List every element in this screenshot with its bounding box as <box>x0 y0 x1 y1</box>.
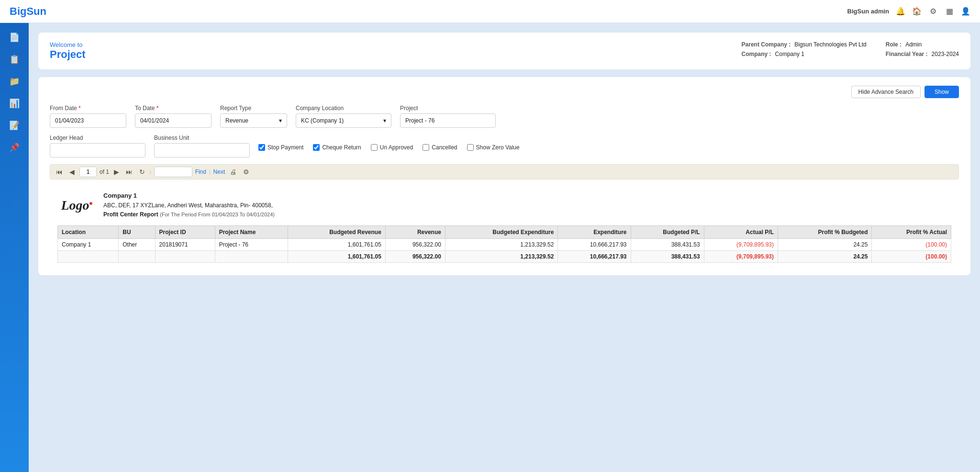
stop-payment-label: Stop Payment <box>267 144 303 151</box>
refresh-button[interactable]: ↻ <box>137 167 147 177</box>
report-period: (For The Period From 01/04/2023 To 04/01… <box>160 212 275 217</box>
stop-payment-checkbox[interactable] <box>258 144 265 151</box>
brand-logo[interactable]: BigSun <box>10 5 46 18</box>
cancelled-checkbox[interactable] <box>423 144 429 151</box>
page-of-label: of 1 <box>100 169 109 175</box>
total-profit-pct-actual: (100.00) <box>872 251 951 263</box>
cell-expenditure: 10,666,217.93 <box>558 239 631 251</box>
cell-budgeted-revenue: 1,601,761.05 <box>288 239 385 251</box>
sidebar-item-4[interactable]: 📊 <box>5 94 24 113</box>
total-empty-2 <box>119 251 155 263</box>
welcome-card: Welcome to Project Parent Company : Bigs… <box>38 33 970 69</box>
ledger-head-input[interactable] <box>50 143 145 157</box>
report-company-name: Company 1 <box>103 191 275 201</box>
un-approved-checkbox[interactable] <box>371 144 378 151</box>
un-approved-checkbox-item[interactable]: Un Approved <box>371 144 413 151</box>
report-name: Profit Center Report <box>103 211 158 218</box>
col-project-name: Project Name <box>215 226 288 239</box>
welcome-meta: Parent Company : Bigsun Technologies Pvt… <box>742 41 959 57</box>
company-row: Company : Company 1 <box>742 51 867 57</box>
find-button[interactable]: Find <box>195 169 206 175</box>
show-zero-value-checkbox-item[interactable]: Show Zero Value <box>467 144 520 151</box>
role-label: Role : <box>886 41 902 48</box>
col-project-id: Project ID <box>155 226 215 239</box>
from-date-group: From Date * <box>50 105 126 128</box>
admin-name: BigSun admin <box>847 8 889 15</box>
cancelled-checkbox-item[interactable]: Cancelled <box>423 144 457 151</box>
cheque-return-checkbox[interactable] <box>313 144 320 151</box>
business-unit-group: Business Unit <box>154 135 250 157</box>
meta-group-right: Role : Admin Financial Year : 2023-2024 <box>886 41 959 57</box>
un-approved-label: Un Approved <box>380 144 413 151</box>
total-profit-pct-budgeted: 24.25 <box>778 251 872 263</box>
business-unit-input[interactable] <box>154 143 250 157</box>
next-page-button[interactable]: ▶ <box>112 167 121 177</box>
cell-bu: Other <box>119 239 155 251</box>
col-location: Location <box>58 226 119 239</box>
export-icon[interactable]: 🖨 <box>228 167 238 177</box>
to-date-label: To Date * <box>135 105 212 112</box>
toolbar: ⏮ ◀ of 1 ▶ ⏭ ↻ | Find | Next 🖨 ⚙ <box>50 164 959 180</box>
page-number-input[interactable] <box>79 167 97 177</box>
to-date-input[interactable] <box>135 113 212 128</box>
cell-location: Company 1 <box>58 239 119 251</box>
sidebar-item-1[interactable]: 📄 <box>5 28 24 47</box>
navbar: BigSun BigSun admin 🔔 🏠 ⚙ ▦ 👤 <box>0 0 980 23</box>
company-location-select[interactable]: KC (Company 1) ▾ <box>296 113 391 128</box>
welcome-top: Welcome to Project Parent Company : Bigs… <box>50 41 959 61</box>
bell-icon[interactable]: 🔔 <box>896 7 905 16</box>
user-icon[interactable]: 👤 <box>961 7 970 16</box>
total-budgeted-pl: 388,431.53 <box>631 251 704 263</box>
report-area: Logo Company 1 ABC, DEF, 17 XYZLane, And… <box>50 184 959 270</box>
project-input[interactable] <box>400 113 496 128</box>
report-type-value: Revenue <box>225 117 248 124</box>
page-title: Project <box>50 48 86 61</box>
meta-group-left: Parent Company : Bigsun Technologies Pvt… <box>742 41 867 57</box>
table-header-row: Location BU Project ID Project Name Budg… <box>58 226 951 239</box>
report-title-row: Profit Center Report (For The Period Fro… <box>103 210 275 219</box>
cell-profit-pct-budgeted: 24.25 <box>778 239 872 251</box>
table-total-row: 1,601,761.05 956,322.00 1,213,329.52 10,… <box>58 251 951 263</box>
help-icon[interactable]: ⚙ <box>928 7 938 16</box>
cancelled-label: Cancelled <box>432 144 457 151</box>
ledger-head-label: Ledger Head <box>50 135 145 141</box>
sidebar-item-5[interactable]: 📝 <box>5 116 24 135</box>
table-row: Company 1 Other 201819071 Project - 76 1… <box>58 239 951 251</box>
show-zero-value-checkbox[interactable] <box>467 144 474 151</box>
home-icon[interactable]: 🏠 <box>912 7 922 16</box>
sidebar-item-6[interactable]: 📌 <box>5 138 24 157</box>
from-date-input[interactable] <box>50 113 126 128</box>
cheque-return-checkbox-item[interactable]: Cheque Return <box>313 144 361 151</box>
toolbar-separator: | <box>150 169 151 175</box>
report-type-label: Report Type <box>220 105 287 112</box>
stop-payment-checkbox-item[interactable]: Stop Payment <box>258 144 303 151</box>
total-budgeted-expenditure: 1,213,329.52 <box>445 251 557 263</box>
hide-advance-search-button[interactable]: Hide Advance Search <box>851 86 921 98</box>
financial-year-value: 2023-2024 <box>932 51 959 57</box>
find-input[interactable] <box>154 167 192 177</box>
col-profit-pct-budgeted: Profit % Budgeted <box>778 226 872 239</box>
report-header: Logo Company 1 ABC, DEF, 17 XYZLane, And… <box>57 191 951 220</box>
parent-company-value: Bigsun Technologies Pvt Ltd <box>794 41 867 48</box>
settings-icon[interactable]: ⚙ <box>241 167 251 177</box>
sidebar-item-2[interactable]: 📋 <box>5 50 24 69</box>
grid-icon[interactable]: ▦ <box>945 7 954 16</box>
prev-page-button[interactable]: ◀ <box>67 167 77 177</box>
cell-project-name: Project - 76 <box>215 239 288 251</box>
first-page-button[interactable]: ⏮ <box>54 167 65 177</box>
show-button[interactable]: Show <box>924 86 959 98</box>
parent-company-label: Parent Company : <box>742 41 791 48</box>
total-actual-pl: (9,709,895.93) <box>704 251 778 263</box>
welcome-to-label: Welcome to <box>50 41 86 48</box>
report-type-select[interactable]: Revenue ▾ <box>220 113 287 128</box>
business-unit-label: Business Unit <box>154 135 250 141</box>
company-label: Company : <box>742 51 771 57</box>
ledger-head-group: Ledger Head <box>50 135 145 157</box>
last-page-button[interactable]: ⏭ <box>124 167 134 177</box>
company-location-chevron-icon: ▾ <box>383 117 386 124</box>
sidebar-item-3[interactable]: 📁 <box>5 72 24 91</box>
next-find-button[interactable]: Next <box>213 169 225 175</box>
role-row: Role : Admin <box>886 41 959 48</box>
company-location-group: Company Location KC (Company 1) ▾ <box>296 105 391 128</box>
to-date-group: To Date * <box>135 105 212 128</box>
